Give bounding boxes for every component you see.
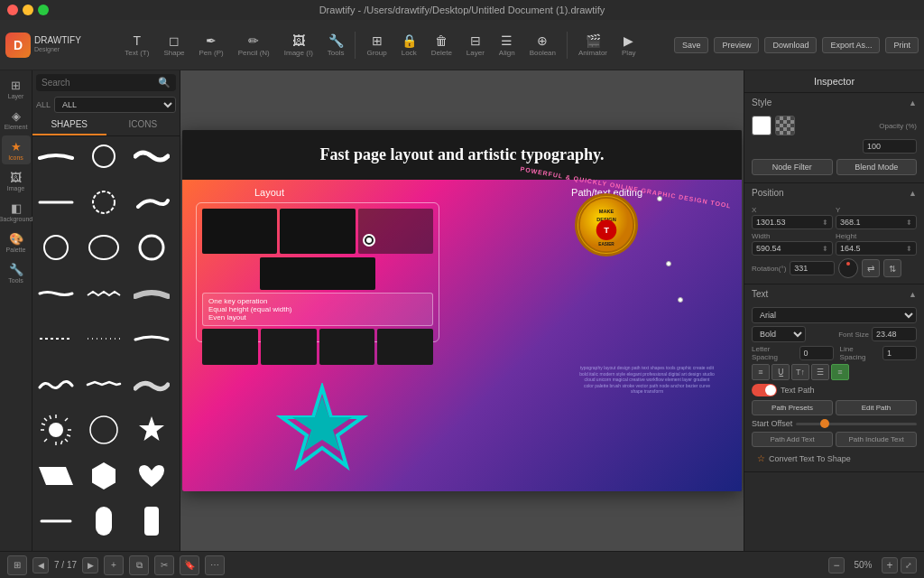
next-page-btn[interactable]: ▶ bbox=[82, 557, 98, 573]
start-offset-slider[interactable] bbox=[796, 423, 917, 425]
text-header[interactable]: Text ▲ bbox=[744, 284, 924, 303]
canvas-inner[interactable]: Fast page layout and artistic typography… bbox=[180, 70, 744, 551]
minimize-button[interactable] bbox=[23, 5, 33, 15]
shape-item-circle[interactable] bbox=[84, 414, 124, 446]
y-input[interactable]: 368.1 ⬍ bbox=[836, 215, 917, 229]
export-button[interactable]: Export As... bbox=[822, 37, 880, 53]
copy-page-btn[interactable]: ⧉ bbox=[129, 555, 149, 575]
control-point[interactable] bbox=[657, 196, 662, 201]
tool-shape[interactable]: ◻Shape bbox=[160, 32, 188, 59]
tab-shapes[interactable]: SHAPES bbox=[32, 115, 106, 135]
path-presets-btn[interactable]: Path Presets bbox=[752, 400, 833, 415]
tab-tools[interactable]: 🔧 Tools bbox=[2, 258, 31, 287]
tool-align[interactable]: ☰Align bbox=[495, 32, 519, 59]
blend-mode-btn[interactable]: Blend Mode bbox=[836, 159, 918, 175]
shape-item-heart[interactable] bbox=[132, 460, 171, 492]
maximize-button[interactable] bbox=[38, 5, 49, 15]
style-header[interactable]: Style ▲ bbox=[744, 93, 924, 112]
flip-h-btn[interactable]: ⇄ bbox=[862, 259, 880, 277]
shape-item[interactable] bbox=[132, 140, 171, 172]
fill-color-swatch[interactable] bbox=[752, 116, 772, 135]
control-point[interactable] bbox=[666, 261, 671, 266]
shape-item[interactable] bbox=[132, 368, 171, 401]
rotation-handle[interactable] bbox=[363, 234, 375, 247]
align-left-btn[interactable]: ≡ bbox=[752, 364, 770, 380]
tool-delete[interactable]: 🗑Delete bbox=[428, 32, 456, 59]
save-button[interactable]: Save bbox=[674, 37, 709, 53]
font-size-input[interactable] bbox=[872, 327, 917, 341]
edit-path-btn[interactable]: Edit Path bbox=[836, 400, 917, 415]
align-right-btn[interactable]: ≡ bbox=[831, 364, 849, 380]
add-page-btn[interactable]: + bbox=[104, 555, 124, 575]
stroke-color-swatch[interactable] bbox=[775, 116, 795, 135]
shape-item[interactable] bbox=[36, 231, 76, 264]
tool-lock[interactable]: 🔒Lock bbox=[398, 32, 420, 59]
shape-item-star[interactable] bbox=[132, 414, 171, 446]
tool-group[interactable]: ⊞Group bbox=[363, 32, 390, 59]
shape-item-parallelogram[interactable] bbox=[36, 460, 76, 492]
search-input[interactable] bbox=[42, 78, 158, 88]
shape-item[interactable] bbox=[84, 231, 124, 264]
tab-image[interactable]: 🖼 Image bbox=[2, 166, 31, 195]
line-spacing-input[interactable] bbox=[882, 346, 917, 360]
fit-btn[interactable]: ⤢ bbox=[901, 557, 917, 573]
print-button[interactable]: Print bbox=[885, 37, 919, 53]
tab-layer[interactable]: ⊞ Layer bbox=[2, 74, 31, 103]
shape-item-sunburst[interactable] bbox=[36, 414, 76, 446]
tool-text[interactable]: TText (T) bbox=[121, 32, 152, 59]
shape-item[interactable] bbox=[36, 368, 76, 401]
tab-icons[interactable]: ★ Icons bbox=[2, 135, 31, 164]
rotation-input[interactable] bbox=[790, 261, 835, 275]
tool-pencil[interactable]: ✏Pencil (N) bbox=[235, 32, 273, 59]
shape-item[interactable] bbox=[84, 368, 124, 401]
shape-item[interactable] bbox=[84, 186, 124, 219]
underline-btn[interactable]: U̲ bbox=[772, 364, 790, 380]
flip-v-btn[interactable]: ⇅ bbox=[883, 259, 901, 277]
tool-play[interactable]: ▶Play bbox=[618, 32, 640, 59]
zoom-in-btn[interactable]: + bbox=[882, 557, 898, 573]
height-input[interactable]: 164.5 ⬍ bbox=[836, 241, 917, 256]
font-select[interactable]: Arial bbox=[752, 307, 917, 323]
close-button[interactable] bbox=[7, 5, 18, 15]
shape-item[interactable] bbox=[84, 322, 124, 355]
shape-item-dash[interactable] bbox=[36, 505, 76, 537]
letter-spacing-input[interactable] bbox=[799, 346, 834, 360]
position-header[interactable]: Position ▲ bbox=[744, 183, 924, 202]
shape-item[interactable] bbox=[132, 277, 171, 310]
x-input[interactable]: 1301.53 ⬍ bbox=[752, 215, 833, 229]
tool-animator[interactable]: 🎬Animator bbox=[575, 32, 611, 59]
tool-pen[interactable]: ✒Pen (P) bbox=[196, 32, 227, 59]
zoom-out-btn[interactable]: − bbox=[828, 557, 845, 573]
shape-item[interactable] bbox=[36, 186, 76, 219]
tool-boolean[interactable]: ⊕Boolean bbox=[526, 32, 559, 59]
tab-palette[interactable]: 🎨 Palette bbox=[2, 228, 31, 256]
tab-element[interactable]: ◈ Element bbox=[2, 105, 31, 134]
more-btn[interactable]: ⋯ bbox=[205, 555, 225, 575]
shape-item[interactable] bbox=[84, 140, 124, 172]
shape-item[interactable] bbox=[84, 277, 124, 310]
tab-icons[interactable]: ICONS bbox=[106, 115, 180, 135]
opacity-input[interactable]: 100 bbox=[863, 139, 917, 154]
tool-image[interactable]: 🖼Image (I) bbox=[281, 32, 317, 59]
width-input[interactable]: 590.54 ⬍ bbox=[752, 241, 833, 256]
shape-item[interactable] bbox=[132, 322, 171, 355]
shape-item[interactable] bbox=[132, 231, 171, 264]
shape-item[interactable] bbox=[36, 322, 76, 355]
shape-item[interactable] bbox=[36, 140, 76, 172]
convert-text-btn[interactable]: ☆ Convert Text To Shape bbox=[752, 451, 917, 466]
superscript-btn[interactable]: T↑ bbox=[791, 364, 809, 380]
grid-view-btn[interactable]: ⊞ bbox=[7, 555, 27, 575]
shape-item[interactable] bbox=[132, 186, 171, 219]
shape-item-rounded-rect[interactable] bbox=[132, 505, 171, 537]
cut-btn[interactable]: ✂ bbox=[154, 555, 174, 575]
tab-background[interactable]: ◧ Background bbox=[2, 197, 31, 226]
bookmark-btn[interactable]: 🔖 bbox=[180, 555, 199, 575]
shape-item-hexagon[interactable] bbox=[84, 460, 124, 492]
control-point[interactable] bbox=[678, 297, 683, 303]
tool-layer[interactable]: ⊟Layer bbox=[463, 32, 488, 59]
path-add-text-btn[interactable]: Path Add Text bbox=[752, 432, 833, 447]
download-button[interactable]: Download bbox=[764, 37, 817, 53]
node-filter-btn[interactable]: Node Filter bbox=[752, 159, 833, 175]
preview-button[interactable]: Preview bbox=[714, 37, 759, 53]
shape-item[interactable] bbox=[36, 277, 76, 310]
